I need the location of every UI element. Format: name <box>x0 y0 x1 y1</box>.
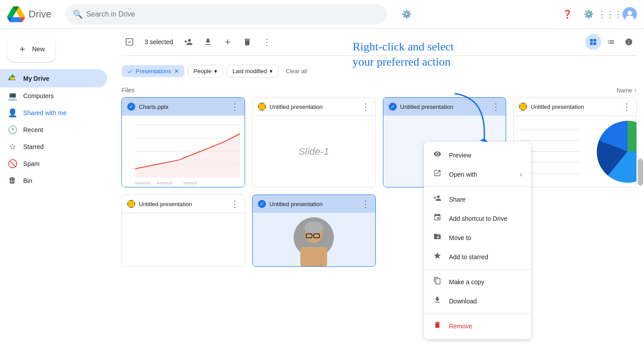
select-all-button[interactable] <box>121 34 137 50</box>
more-toolbar-button[interactable]: ⋮ <box>259 34 275 50</box>
file-more-button-4[interactable]: ⋮ <box>622 101 631 112</box>
file-card-charts[interactable]: ✓ Charts.pptx ⋮ <box>121 97 245 187</box>
move-icon <box>433 232 442 243</box>
toolbar: 3 selected ⋮ <box>121 29 637 56</box>
list-view-button[interactable] <box>603 34 619 50</box>
logo: Drive <box>7 5 51 23</box>
sidebar-item-my-drive[interactable]: My Drive <box>0 69 107 87</box>
open-with-label: Open with <box>449 171 477 178</box>
logo-text: Drive <box>29 8 51 20</box>
svg-rect-14 <box>520 104 526 110</box>
file-checkbox-2[interactable] <box>258 103 266 111</box>
file-card-6[interactable]: ✓ Untitled presentation ⋮ <box>252 195 376 267</box>
remove-icon <box>433 321 442 331</box>
svg-point-25 <box>304 221 323 234</box>
header-actions: ❓ ⚙️ ⋮⋮⋮ <box>558 5 637 23</box>
open-with-arrow-icon: › <box>520 171 522 178</box>
menu-item-preview[interactable]: Preview <box>424 145 531 165</box>
person-illustration <box>289 215 338 266</box>
menu-item-download[interactable]: Download <box>424 291 531 311</box>
menu-item-make-copy[interactable]: Make a copy <box>424 272 531 291</box>
file-thumbnail-4 <box>514 116 636 187</box>
search-input[interactable] <box>86 10 380 18</box>
make-copy-label: Make a copy <box>449 278 484 286</box>
file-checkbox-1[interactable]: ✓ <box>127 103 135 111</box>
move-to-label: Move to <box>449 234 471 241</box>
sort-control[interactable]: Name ↑ <box>617 87 637 94</box>
people-filter[interactable]: People ▾ <box>188 65 223 78</box>
svg-text:6/28/2022: 6/28/2022 <box>157 181 173 185</box>
last-modified-filter[interactable]: Last modified ▾ <box>227 65 278 78</box>
info-button[interactable] <box>621 34 637 50</box>
sidebar-item-computers[interactable]: 💻 Computers <box>0 87 107 104</box>
svg-text:7/2/2023: 7/2/2023 <box>183 181 197 185</box>
add-shortcut-label: Add shortcut to Drive <box>449 215 507 222</box>
file-card-5[interactable]: Untitled presentation ⋮ <box>121 195 245 267</box>
file-card-4[interactable]: Untitled presentation ⋮ <box>513 97 637 187</box>
file-more-button-3[interactable]: ⋮ <box>491 101 500 112</box>
filters-row: Presentations ✕ People ▾ Last modified ▾… <box>121 61 637 83</box>
settings-icon[interactable]: ⚙️ <box>580 5 598 23</box>
file-thumbnail-2: Slide-1 <box>253 116 375 187</box>
sidebar-item-label: Spam <box>23 160 40 167</box>
menu-item-share[interactable]: Share <box>424 190 531 209</box>
shortcut-icon <box>433 213 442 224</box>
file-name-4: Untitled presentation <box>531 104 619 110</box>
header: Drive 🔍 ⚙️ ❓ ⚙️ ⋮⋮⋮ <box>0 0 644 29</box>
filter-icon[interactable]: ⚙️ <box>398 5 415 23</box>
file-checkbox-5[interactable] <box>127 200 135 208</box>
scrollbar-thumb[interactable] <box>638 159 643 186</box>
sidebar-item-shared[interactable]: 👤 Shared with me <box>0 104 107 121</box>
download-toolbar-button[interactable] <box>200 34 216 50</box>
sort-label: Name <box>617 87 632 94</box>
sort-arrow-icon: ↑ <box>634 87 637 94</box>
presentations-label: Presentations <box>136 68 171 75</box>
file-card-2[interactable]: Untitled presentation ⋮ Slide-1 <box>252 97 376 187</box>
last-modified-label: Last modified <box>233 68 267 75</box>
preview-icon <box>433 150 442 160</box>
user-avatar <box>623 7 637 21</box>
file-checkbox-4[interactable] <box>519 103 527 111</box>
presentations-filter[interactable]: Presentations ✕ <box>121 65 184 77</box>
sidebar-item-bin[interactable]: 🗑 Bin <box>0 172 107 189</box>
people-label: People <box>194 68 212 75</box>
file-more-button-5[interactable]: ⋮ <box>230 199 239 209</box>
people-arrow-icon: ▾ <box>214 68 217 75</box>
file-more-button-6[interactable]: ⋮ <box>361 199 370 209</box>
remove-label: Remove <box>449 323 472 330</box>
search-bar[interactable]: 🔍 <box>66 4 387 25</box>
upload-button[interactable] <box>220 34 236 50</box>
add-person-button[interactable] <box>180 34 196 50</box>
svg-text:4/20/2022: 4/20/2022 <box>135 181 150 185</box>
delete-toolbar-button[interactable] <box>239 34 255 50</box>
main-content: 3 selected ⋮ <box>114 29 644 344</box>
sidebar-item-recent[interactable]: 🕐 Recent <box>0 121 107 138</box>
svg-point-1 <box>627 11 632 15</box>
computers-icon: 💻 <box>7 91 18 101</box>
grid-view-button[interactable] <box>585 34 601 50</box>
selected-count: 3 selected <box>145 38 173 46</box>
files-grid: ✓ Charts.pptx ⋮ <box>121 97 637 195</box>
avatar[interactable] <box>623 7 637 21</box>
menu-item-remove[interactable]: Remove <box>424 316 531 336</box>
menu-item-open-with[interactable]: Open with › <box>424 165 531 184</box>
file-checkbox-3[interactable]: ✓ <box>389 103 397 111</box>
spam-icon: 🚫 <box>7 159 18 169</box>
sidebar-item-spam[interactable]: 🚫 Spam <box>0 155 107 172</box>
menu-item-add-shortcut[interactable]: Add shortcut to Drive <box>424 209 531 228</box>
my-drive-icon <box>7 73 18 84</box>
sidebar-item-starred[interactable]: ☆ Starred <box>0 138 107 155</box>
file-more-button-1[interactable]: ⋮ <box>230 101 239 112</box>
file-more-button-2[interactable]: ⋮ <box>361 101 370 112</box>
menu-item-move-to[interactable]: Move to <box>424 228 531 247</box>
apps-icon[interactable]: ⋮⋮⋮ <box>601 5 619 23</box>
help-icon[interactable]: ❓ <box>558 5 576 23</box>
slide-preview-2: Slide-1 <box>253 116 375 187</box>
file-checkbox-6[interactable]: ✓ <box>258 200 266 208</box>
share-icon <box>433 194 442 204</box>
clear-all-button[interactable]: Clear all <box>282 65 311 77</box>
files-label: Files <box>121 87 135 94</box>
view-controls <box>585 34 637 50</box>
menu-item-add-starred[interactable]: Add to starred <box>424 247 531 266</box>
new-button[interactable]: ＋ New <box>7 36 55 62</box>
